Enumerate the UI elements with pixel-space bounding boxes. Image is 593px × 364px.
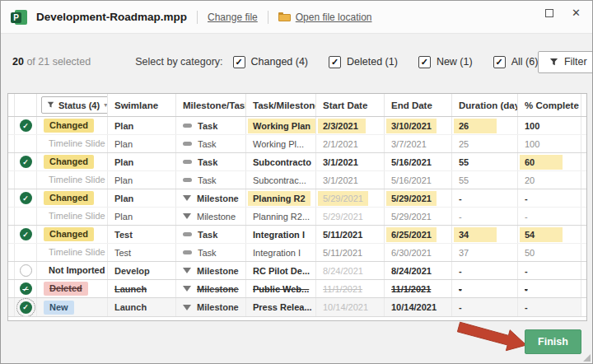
end-date-cell: 5/29/2021	[385, 208, 452, 225]
row-checkbox[interactable]: ✓	[20, 192, 32, 204]
milestone-triangle-icon	[183, 195, 191, 201]
status-cell: Changed	[37, 117, 108, 134]
category-checkbox-deleted[interactable]: ✓ Deleted (1)	[329, 56, 398, 68]
selection-toolbar: 20 of 21 selected Select by category: ✓ …	[1, 47, 592, 77]
funnel-icon	[47, 101, 54, 109]
duration-cell: -	[452, 189, 518, 207]
maximize-button[interactable]	[545, 9, 553, 17]
red-arrow-annotation	[451, 317, 536, 357]
swimlane-cell: Plan	[108, 153, 176, 170]
table-row[interactable]: Timeline Slide Plan Milestone Planning R…	[8, 208, 586, 226]
duration-cell: -	[452, 280, 518, 297]
end-date-cell: 10/14/2021	[385, 298, 452, 316]
start-date-cell: 2/1/2021	[316, 135, 385, 152]
vertical-scrollbar-track[interactable]	[581, 244, 586, 261]
table-row[interactable]: ✓ Changed Plan Milestone Planning R2 5/2…	[8, 189, 586, 208]
row-checkbox[interactable]: ✓	[20, 282, 32, 295]
row-check-cell	[15, 208, 37, 225]
status-cell: Changed	[37, 153, 108, 170]
start-date-cell: 5/11/2021	[316, 226, 385, 243]
category-checkbox-new[interactable]: ✓ New (1)	[418, 56, 473, 68]
header-grip-cell	[8, 94, 15, 116]
status-badge: Not Imported	[49, 266, 105, 275]
duration-cell: 34	[452, 226, 518, 243]
close-button[interactable]: ✕	[572, 9, 581, 17]
row-checkbox[interactable]: ✓	[20, 228, 32, 240]
header-scroll-cell	[581, 94, 586, 116]
vertical-scrollbar-track[interactable]	[581, 117, 586, 134]
table-row[interactable]: ✓ Changed Plan Task Working Plan 2/3/202…	[8, 117, 586, 135]
vertical-scrollbar-track[interactable]	[581, 208, 586, 225]
vertical-scrollbar-track[interactable]	[581, 153, 586, 170]
vertical-scrollbar-track[interactable]	[581, 135, 586, 152]
table-row[interactable]: ✓ Changed Test Task Integration I 5/11/2…	[8, 226, 586, 244]
vertical-scrollbar-track[interactable]	[581, 171, 586, 189]
row-check-cell	[15, 171, 37, 189]
type-cell: Task	[176, 135, 246, 152]
category-checkbox-changed[interactable]: ✓ Changed (4)	[233, 56, 309, 68]
pct-complete-cell: -	[518, 262, 581, 279]
horizontal-scrollbar[interactable]	[8, 316, 586, 320]
vertical-scrollbar-track[interactable]	[581, 189, 586, 207]
pct-complete-cell: -	[518, 189, 581, 207]
duration-cell: 55	[452, 153, 518, 170]
table-row[interactable]: Timeline Slide Plan Task Working Pl... 2…	[8, 135, 586, 153]
table-row[interactable]: ✓ New Launch Milestone Press Relea... 10…	[8, 298, 586, 316]
row-checkbox[interactable]: ✓	[20, 119, 32, 132]
row-checkbox[interactable]	[20, 264, 32, 277]
pct-complete-cell: -	[518, 298, 581, 316]
header-duration: Duration (days)	[452, 94, 518, 116]
row-checkbox[interactable]: ✓	[20, 156, 32, 168]
vertical-scrollbar-track[interactable]	[581, 262, 586, 279]
table-row[interactable]: Not Imported Develop Milestone RC Pilot …	[8, 262, 586, 280]
swimlane-cell: Launch	[108, 280, 176, 297]
type-cell: Task	[176, 117, 246, 134]
task-name-cell: Planning R2...	[246, 208, 316, 225]
vertical-scrollbar-track[interactable]	[581, 226, 586, 243]
row-grip-cell	[8, 135, 15, 152]
table-row[interactable]: ✓ Changed Plan Task Subcontracto 3/1/202…	[8, 153, 586, 171]
open-file-location-link[interactable]: Open file location	[278, 12, 372, 23]
vertical-scrollbar-track[interactable]	[581, 298, 586, 316]
type-cell: Task	[176, 153, 246, 170]
end-date-cell: 6/25/2021	[385, 226, 452, 243]
swimlane-cell: Test	[108, 244, 176, 261]
resize-grip[interactable]	[583, 354, 591, 362]
row-check-cell: ✓	[15, 117, 37, 134]
task-bar-icon	[183, 160, 192, 164]
checkbox-checked-icon: ✓	[418, 56, 431, 68]
status-badge: Timeline Slide	[49, 212, 105, 221]
filter-button[interactable]: Filter	[538, 51, 593, 73]
start-date-cell: 11/1/2021	[316, 280, 385, 297]
row-checkbox[interactable]: ✓	[20, 301, 32, 314]
row-check-cell	[15, 244, 37, 261]
table-row[interactable]: Timeline Slide Plan Task Subcontrac... 3…	[8, 171, 586, 189]
finish-button[interactable]: Finish	[525, 329, 581, 354]
task-name-cell: Press Relea...	[246, 298, 316, 316]
table-row[interactable]: Timeline Slide Test Task Integration I 5…	[8, 244, 586, 262]
row-grip-cell	[8, 153, 15, 170]
type-cell: Milestone	[176, 208, 246, 225]
category-checkbox-all[interactable]: ✓ All (6)	[493, 56, 539, 68]
status-filter-button[interactable]: Status (4) ▾	[41, 96, 108, 114]
table-row[interactable]: ✓ Deleted Launch Milestone Public Web...…	[8, 280, 586, 298]
end-date-cell: 11/1/2021	[385, 280, 452, 297]
start-date-cell: 3/1/2021	[316, 171, 385, 189]
pct-complete-cell: 100	[518, 117, 581, 134]
divider	[197, 11, 198, 24]
divider	[268, 11, 268, 24]
change-file-link[interactable]: Change file	[208, 12, 258, 23]
type-cell: Task	[176, 244, 246, 261]
status-badge: New	[44, 301, 74, 315]
start-date-cell: 8/24/2021	[316, 262, 385, 279]
funnel-icon	[549, 58, 558, 67]
task-bar-icon	[183, 124, 192, 128]
vertical-scrollbar-track[interactable]	[581, 280, 586, 297]
swimlane-cell: Plan	[108, 189, 176, 207]
status-badge: Timeline Slide	[49, 175, 105, 184]
header-milestone-task: Milestone/Task	[176, 94, 246, 116]
header-task-title: Task/Milestone T	[246, 94, 316, 116]
row-grip-cell	[8, 171, 15, 189]
row-check-cell: ✓	[15, 153, 37, 170]
duration-cell: 55	[452, 171, 518, 189]
